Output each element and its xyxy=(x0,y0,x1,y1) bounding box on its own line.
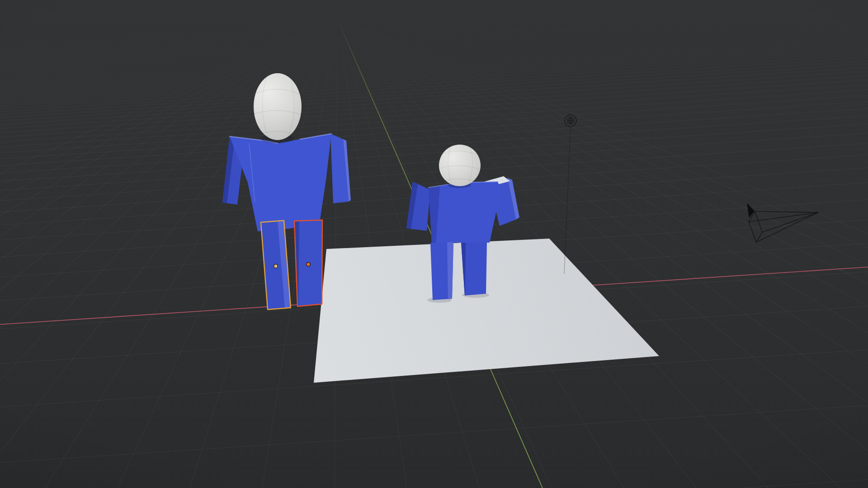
viewport-canvas[interactable] xyxy=(0,0,868,488)
blender-3d-viewport[interactable] xyxy=(0,0,868,488)
tall-figure-right-leg-origin-dot[interactable] xyxy=(307,263,311,267)
point-light-gizmo-center-dot[interactable] xyxy=(570,120,571,121)
tall-figure-left-leg-origin-dot[interactable] xyxy=(274,264,278,268)
